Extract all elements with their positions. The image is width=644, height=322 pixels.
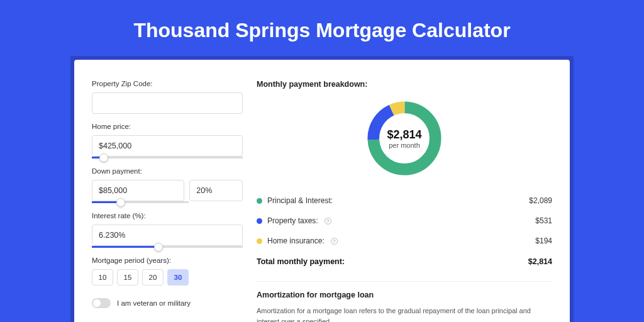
legend-value: $194 xyxy=(535,236,552,245)
home-price-slider[interactable] xyxy=(92,157,243,158)
total-label: Total monthly payment: xyxy=(257,257,345,266)
down-payment-slider[interactable] xyxy=(92,201,189,203)
home-price-field: Home price: xyxy=(92,123,243,158)
interest-slider[interactable] xyxy=(92,246,243,248)
period-btn-30[interactable]: 30 xyxy=(167,269,189,286)
period-btn-20[interactable]: 20 xyxy=(142,269,164,286)
legend-row-taxes: Property taxes: ? $531 xyxy=(257,211,552,231)
calculator-card: Property Zip Code: Home price: Down paym… xyxy=(74,60,570,322)
slider-thumb[interactable] xyxy=(99,153,108,162)
results-panel: Monthly payment breakdown: $2,814 xyxy=(257,80,552,322)
veteran-row: I am veteran or military xyxy=(92,298,243,308)
dot-icon xyxy=(257,218,262,224)
down-payment-label: Down payment: xyxy=(92,167,243,175)
dot-icon xyxy=(257,198,262,204)
down-payment-field: Down payment: xyxy=(92,167,243,203)
total-row: Total monthly payment: $2,814 xyxy=(257,251,552,272)
donut-center: $2,814 per month xyxy=(364,97,445,179)
veteran-toggle[interactable] xyxy=(92,298,111,308)
zip-field: Property Zip Code: xyxy=(92,80,243,114)
amortization-panel: Amortization for mortgage loan Amortizat… xyxy=(257,281,552,322)
donut-chart: $2,814 per month xyxy=(364,97,445,179)
info-icon[interactable]: ? xyxy=(331,238,338,245)
period-label: Mortgage period (years): xyxy=(92,257,243,264)
legend-value: $531 xyxy=(535,216,552,225)
slider-thumb[interactable] xyxy=(116,198,125,207)
toggle-knob xyxy=(93,299,101,307)
period-field: Mortgage period (years): 10 15 20 30 xyxy=(92,257,243,286)
total-amount: $2,814 xyxy=(528,257,552,266)
zip-label: Property Zip Code: xyxy=(92,80,243,87)
period-btn-15[interactable]: 15 xyxy=(117,269,138,286)
interest-label: Interest rate (%): xyxy=(92,212,243,219)
home-price-input[interactable] xyxy=(92,135,243,157)
interest-input[interactable] xyxy=(92,225,243,246)
down-payment-input[interactable] xyxy=(92,180,184,201)
interest-field: Interest rate (%): xyxy=(92,212,243,248)
zip-input[interactable] xyxy=(92,92,243,114)
page-title: Thousand Springs Mortgage Calculator xyxy=(0,0,644,56)
slider-thumb[interactable] xyxy=(154,243,163,252)
veteran-label: I am veteran or military xyxy=(117,299,191,307)
donut-total-sub: per month xyxy=(389,142,420,149)
dot-icon xyxy=(257,238,262,244)
home-price-label: Home price: xyxy=(92,123,243,130)
amortization-text: Amortization for a mortgage loan refers … xyxy=(257,306,552,322)
legend-value: $2,089 xyxy=(529,196,552,205)
legend-row-principal: Principal & Interest: $2,089 xyxy=(257,191,552,211)
info-icon[interactable]: ? xyxy=(325,218,331,225)
legend-label: Home insurance: xyxy=(267,236,325,245)
down-payment-pct-input[interactable] xyxy=(189,180,243,201)
breakdown-heading: Monthly payment breakdown: xyxy=(257,80,552,89)
form-panel: Property Zip Code: Home price: Down paym… xyxy=(92,80,243,322)
donut-wrap: $2,814 per month xyxy=(257,97,552,179)
legend-label: Principal & Interest: xyxy=(267,196,333,205)
card-wrapper: Property Zip Code: Home price: Down paym… xyxy=(70,56,574,322)
period-buttons: 10 15 20 30 xyxy=(92,269,243,286)
donut-total-value: $2,814 xyxy=(387,128,421,142)
amortization-title: Amortization for mortgage loan xyxy=(257,291,552,299)
slider-fill xyxy=(92,246,158,248)
legend-row-insurance: Home insurance: ? $194 xyxy=(257,231,552,251)
period-btn-10[interactable]: 10 xyxy=(92,269,113,286)
legend-label: Property taxes: xyxy=(267,216,318,225)
